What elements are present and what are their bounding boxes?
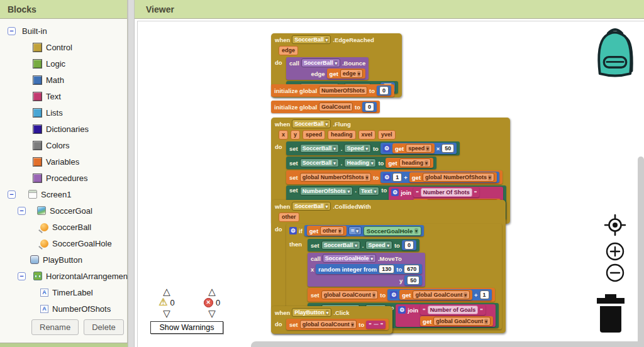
- dropdown-icon[interactable]: ▾: [338, 228, 342, 234]
- component-dropdown[interactable]: SoccerBall▾: [292, 119, 331, 128]
- dropdown-icon[interactable]: ▾: [464, 292, 467, 298]
- dropdown-icon[interactable]: ▾: [426, 146, 430, 151]
- param-chip[interactable]: speed: [303, 130, 325, 140]
- mutator-gear-icon[interactable]: ⚙: [289, 227, 297, 234]
- zoom-out-button[interactable]: [606, 263, 625, 282]
- block-multiply[interactable]: ⚙ getspeed▾ × 50: [380, 143, 457, 154]
- block-string[interactable]: Number of Goals: [420, 305, 486, 315]
- dropdown-icon[interactable]: ▾: [386, 243, 390, 248]
- down-triangle-icon[interactable]: ▽: [163, 309, 170, 318]
- block-get-global-numberofshots[interactable]: getglobal NumberOfShots▾: [409, 172, 497, 182]
- block-number[interactable]: 0: [402, 240, 416, 250]
- tree-item-numberofshots[interactable]: A NumberOfShots: [0, 300, 127, 317]
- block-get-global-goalcount[interactable]: getglobal GoalCount▾: [399, 290, 472, 300]
- collapse-icon[interactable]: −: [8, 190, 16, 199]
- dropdown-icon[interactable]: ▾: [325, 121, 329, 127]
- dropdown-icon[interactable]: ▾: [370, 160, 374, 166]
- block-init-goalcount[interactable]: initialize global GoalCount to 0: [271, 101, 380, 113]
- global-name-chip[interactable]: NumberOfShots: [319, 86, 367, 95]
- center-blocks-icon[interactable]: [604, 214, 626, 236]
- dropdown-icon[interactable]: ▾: [325, 204, 329, 209]
- builtin-label[interactable]: Built-in: [22, 26, 47, 36]
- collapse-icon[interactable]: −: [18, 207, 26, 215]
- param-chip-other[interactable]: other: [279, 212, 299, 222]
- block-get-heading[interactable]: getheading▾: [386, 158, 433, 168]
- dropdown-icon[interactable]: ▾: [365, 146, 369, 151]
- dropdown-icon[interactable]: ▾: [374, 189, 377, 194]
- tree-item-lists[interactable]: Lists: [0, 104, 127, 121]
- block-when-playbutton-click[interactable]: when PlayButton▾ .Click do set global Go…: [271, 306, 392, 334]
- dropdown-icon[interactable]: ▾: [334, 60, 338, 66]
- global-name-chip[interactable]: GoalCount: [319, 102, 353, 111]
- var-dropdown[interactable]: global NumberOfShots▾: [300, 173, 372, 182]
- horizontal-scrollbar[interactable]: [251, 341, 644, 347]
- block-join[interactable]: ⚙join Number of Goals getglobal GoalCoun…: [396, 304, 496, 327]
- dropdown-icon[interactable]: ▾: [357, 71, 361, 77]
- dropdown-icon[interactable]: ▾: [414, 228, 418, 234]
- dropdown-icon[interactable]: ▾: [326, 310, 330, 316]
- dropdown-icon[interactable]: ▾: [333, 160, 336, 166]
- block-get-edge[interactable]: getedge▾: [327, 69, 366, 79]
- dropdown-icon[interactable]: ▾: [488, 175, 492, 180]
- tree-item-dictionaries[interactable]: Dictionaries: [0, 121, 127, 137]
- var-dropdown[interactable]: global GoalCount▾: [321, 290, 379, 299]
- param-chip[interactable]: y: [291, 130, 300, 140]
- tree-item-soccergoal[interactable]: − SoccerGoal: [0, 202, 127, 219]
- dropdown-icon[interactable]: ▾: [372, 292, 376, 298]
- tree-item-playbutton[interactable]: PlayButton: [0, 251, 127, 268]
- tree-item-soccerball[interactable]: SoccerBall: [0, 219, 127, 235]
- mutator-gear-icon[interactable]: ⚙: [390, 291, 397, 299]
- component-dropdown[interactable]: SoccerBall▾: [301, 58, 340, 67]
- zoom-in-button[interactable]: [606, 242, 625, 261]
- block-set-global-goalcount[interactable]: set global GoalCount▾ to: [286, 319, 389, 330]
- block-string[interactable]: Number Of Shots: [413, 187, 479, 197]
- param-chip[interactable]: heading: [328, 130, 356, 140]
- block-number[interactable]: 0: [362, 102, 377, 112]
- block-random-integer[interactable]: random integer from 130 to 670: [316, 264, 422, 274]
- delete-button[interactable]: Delete: [84, 319, 124, 335]
- dropdown-icon[interactable]: ▾: [351, 322, 355, 328]
- block-get-other[interactable]: getother▾: [307, 226, 347, 236]
- down-triangle-icon[interactable]: ▽: [208, 309, 216, 318]
- component-dropdown[interactable]: PlayButton▾: [292, 308, 331, 317]
- var-dropdown[interactable]: global NumberOfShots▾: [423, 173, 494, 182]
- up-triangle-icon[interactable]: △: [208, 287, 216, 296]
- property-dropdown[interactable]: Speed▾: [365, 241, 392, 250]
- component-dropdown[interactable]: NumberOfShots▾: [300, 187, 353, 196]
- block-set-global-goalcount[interactable]: set global GoalCount▾ to ⚙ getglobal Goa…: [308, 288, 495, 302]
- tree-item-logic[interactable]: Logic: [0, 55, 127, 72]
- dropdown-icon[interactable]: ▾: [355, 228, 359, 234]
- component-dropdown[interactable]: SoccerBall▾: [292, 202, 331, 211]
- dropdown-icon[interactable]: ▾: [347, 189, 351, 194]
- tree-item-timerlabel[interactable]: A TimerLabel: [0, 284, 127, 300]
- vertical-scrollbar[interactable]: [638, 157, 644, 347]
- block-add[interactable]: ⚙ getglobal GoalCount▾ + 1: [387, 289, 491, 300]
- block-equals[interactable]: getother▾ =▾ SoccerGoalHole▾: [304, 225, 424, 236]
- param-chip-edge[interactable]: edge: [279, 46, 298, 55]
- component-dropdown[interactable]: SoccerGoalHole▾: [323, 254, 376, 263]
- tree-item-screen1[interactable]: − Screen1: [0, 186, 127, 202]
- property-dropdown[interactable]: Heading▾: [344, 158, 376, 167]
- dropdown-icon[interactable]: ▾: [354, 243, 358, 248]
- component-dropdown[interactable]: SoccerBall▾: [300, 144, 339, 153]
- backpack-icon[interactable]: [591, 25, 640, 79]
- dropdown-icon[interactable]: ▾: [365, 175, 369, 180]
- var-dropdown[interactable]: global GoalCount▾: [433, 317, 491, 326]
- tree-item-builtin[interactable]: − Built-in: [0, 23, 127, 39]
- block-set-speed[interactable]: set SoccerBall▾ . Speed▾ to ⚙ getspeed▾ …: [286, 141, 460, 155]
- dropdown-icon[interactable]: ▾: [325, 37, 329, 43]
- var-dropdown[interactable]: speed▾: [406, 144, 432, 153]
- block-set-heading[interactable]: set SoccerBall▾ . Heading▾ to getheading…: [286, 157, 436, 169]
- tree-item-colors[interactable]: Colors: [0, 137, 127, 153]
- block-component-soccergoalhole[interactable]: SoccerGoalHole▾: [364, 226, 421, 236]
- component-dropdown[interactable]: SoccerBall▾: [292, 35, 331, 44]
- block-string-empty[interactable]: [366, 321, 386, 329]
- tree-item-math[interactable]: Math: [0, 72, 127, 88]
- tree-item-text[interactable]: Text: [0, 88, 127, 104]
- operator-dropdown[interactable]: =▾: [348, 226, 362, 235]
- mutator-gear-icon[interactable]: ⚙: [398, 306, 406, 314]
- block-set-global-numberofshots[interactable]: set global NumberOfShots▾ to ⚙ 1 + getgl…: [286, 170, 502, 184]
- tree-item-procedures[interactable]: Procedures: [0, 170, 127, 186]
- component-dropdown[interactable]: SoccerBall▾: [321, 241, 360, 250]
- block-set-speed[interactable]: set SoccerBall▾ . Speed▾ to 0: [308, 239, 419, 251]
